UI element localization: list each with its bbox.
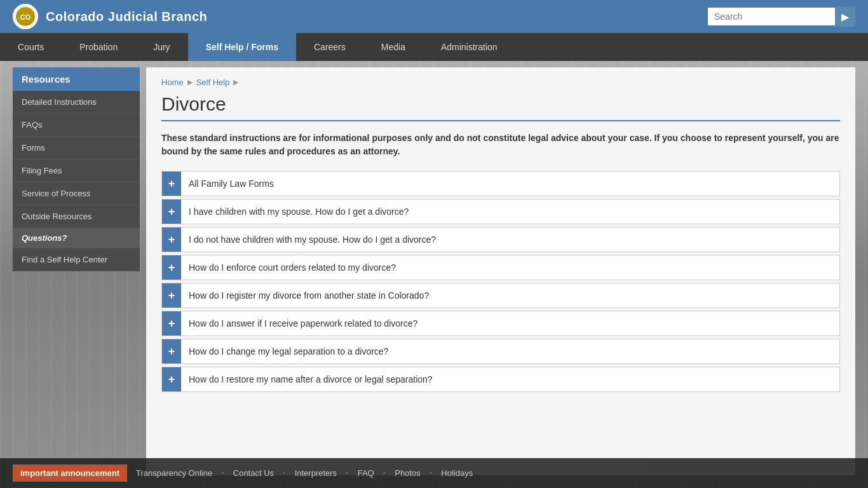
footer-sep-0: • xyxy=(221,468,224,478)
breadcrumb: Home ▶ Self Help ▶ xyxy=(161,78,840,87)
accordion-item-7[interactable]: + How do I restore my name after a divor… xyxy=(161,367,840,392)
search-input[interactable] xyxy=(708,8,835,25)
accordion-label-2: I do not have children with my spouse. H… xyxy=(189,228,436,251)
nav-item-jury[interactable]: Jury xyxy=(135,33,187,61)
accordion-plus-4: + xyxy=(162,283,181,308)
breadcrumb-self-help[interactable]: Self Help xyxy=(196,78,230,87)
footer-link-holidays[interactable]: Holidays xyxy=(441,468,473,478)
accordion-item-4[interactable]: + How do I register my divorce from anot… xyxy=(161,283,840,308)
sidebar: Resources Detailed Instructions FAQs For… xyxy=(13,67,140,475)
accordion-plus-3: + xyxy=(162,255,181,280)
page-title: Divorce xyxy=(161,93,840,121)
accordion-item-6[interactable]: + How do I change my legal separation to… xyxy=(161,339,840,364)
logo-icon: CO xyxy=(13,4,38,29)
accordion-item-0[interactable]: + All Family Law Forms xyxy=(161,171,840,196)
accordion-label-6: How do I change my legal separation to a… xyxy=(189,340,388,363)
accordion-plus-5: + xyxy=(162,311,181,336)
accordion-plus-6: + xyxy=(162,339,181,363)
footer-link-faq[interactable]: FAQ xyxy=(358,468,374,478)
nav-item-probation[interactable]: Probation xyxy=(62,33,135,61)
nav-item-media[interactable]: Media xyxy=(363,33,423,61)
nav-item-administration[interactable]: Administration xyxy=(423,33,515,61)
accordion-label-7: How do I restore my name after a divorce… xyxy=(189,368,433,391)
sidebar-item-faqs[interactable]: FAQs xyxy=(13,114,140,137)
search-area: ▶ xyxy=(708,6,855,27)
sidebar-item-detailed-instructions[interactable]: Detailed Instructions xyxy=(13,91,140,114)
breadcrumb-sep2: ▶ xyxy=(233,78,238,86)
footer-bar: important announcement Transparency Onli… xyxy=(0,458,868,488)
accordion-label-5: How do I answer if I receive paperwork r… xyxy=(189,312,417,335)
footer-link-transparency[interactable]: Transparency Online xyxy=(136,468,212,478)
footer-link-photos[interactable]: Photos xyxy=(395,468,420,478)
accordion-label-3: How do I enforce court orders related to… xyxy=(189,256,396,279)
sidebar-title: Resources xyxy=(13,67,140,91)
breadcrumb-sep1: ▶ xyxy=(187,78,193,86)
disclaimer-text: These standard instructions are for info… xyxy=(161,132,840,158)
svg-text:CO: CO xyxy=(20,13,31,21)
accordion-label-1: I have children with my spouse. How do I… xyxy=(189,200,409,223)
site-title: Colorado Judicial Branch xyxy=(46,10,207,24)
accordion-label-0: All Family Law Forms xyxy=(189,172,274,195)
sidebar-questions-header: Questions? xyxy=(13,228,140,248)
main-content: Home ▶ Self Help ▶ Divorce These standar… xyxy=(146,67,855,475)
breadcrumb-home[interactable]: Home xyxy=(161,78,184,87)
accordion-item-5[interactable]: + How do I answer if I receive paperwork… xyxy=(161,311,840,336)
logo-area: CO Colorado Judicial Branch xyxy=(13,4,207,29)
accordion-item-1[interactable]: + I have children with my spouse. How do… xyxy=(161,199,840,224)
bg-wrapper: Resources Detailed Instructions FAQs For… xyxy=(0,61,868,488)
nav-item-courts[interactable]: Courts xyxy=(0,33,62,61)
important-announcement-button[interactable]: important announcement xyxy=(13,464,127,482)
search-button[interactable]: ▶ xyxy=(835,6,855,27)
footer-sep-2: • xyxy=(346,468,349,478)
accordion-item-3[interactable]: + How do I enforce court orders related … xyxy=(161,255,840,280)
footer-link-interpreters[interactable]: Interpreters xyxy=(295,468,337,478)
accordion-plus-7: + xyxy=(162,367,181,391)
accordion-item-2[interactable]: + I do not have children with my spouse.… xyxy=(161,227,840,252)
footer-sep-1: • xyxy=(283,468,286,478)
main-nav: Courts Probation Jury Self Help / Forms … xyxy=(0,33,868,61)
nav-item-selfhelp[interactable]: Self Help / Forms xyxy=(188,33,296,61)
sidebar-item-find-self-help-center[interactable]: Find a Self Help Center xyxy=(13,248,140,271)
footer-sep-3: • xyxy=(383,468,386,478)
nav-item-careers[interactable]: Careers xyxy=(296,33,363,61)
accordion-label-4: How do I register my divorce from anothe… xyxy=(189,284,429,307)
search-icon: ▶ xyxy=(841,11,849,23)
sidebar-item-service-of-process[interactable]: Service of Process xyxy=(13,182,140,205)
header: CO Colorado Judicial Branch ▶ xyxy=(0,0,868,33)
footer-sep-4: • xyxy=(430,468,433,478)
sidebar-item-forms[interactable]: Forms xyxy=(13,137,140,159)
accordion-plus-2: + xyxy=(162,227,181,252)
footer-link-contact[interactable]: Contact Us xyxy=(233,468,274,478)
accordion-plus-0: + xyxy=(162,172,181,196)
sidebar-item-outside-resources[interactable]: Outside Resources xyxy=(13,205,140,228)
sidebar-item-filing-fees[interactable]: Filing Fees xyxy=(13,159,140,182)
content-wrapper: Resources Detailed Instructions FAQs For… xyxy=(0,61,868,488)
accordion-plus-1: + xyxy=(162,200,181,224)
